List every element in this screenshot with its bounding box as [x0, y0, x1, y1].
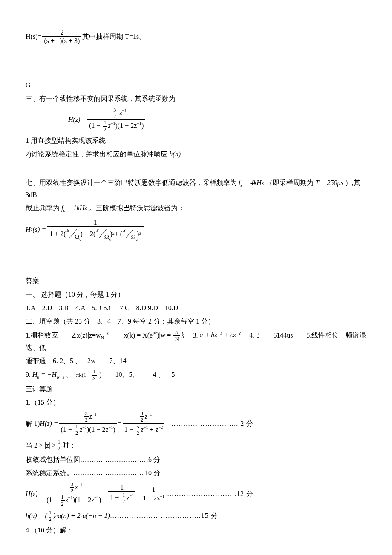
- calc-title: 三计算题: [26, 384, 366, 395]
- calc-s2: 当 2 > |z| > 12 时：: [26, 439, 366, 452]
- cs6-c: u(n) + 2: [58, 510, 80, 521]
- q7-b: （即采样周期为: [266, 179, 314, 186]
- af1-b2: )|w =: [157, 331, 173, 338]
- af3-a: 9.: [26, 371, 32, 378]
- q7-d: 截止频率为: [26, 204, 60, 211]
- q3-intro: 三、有一个线性移不变的因果系统，其系统函数为：: [26, 93, 366, 104]
- hs-lhs: H(s)=: [26, 31, 41, 42]
- cs5-dots: ………………………..12 分: [167, 489, 254, 500]
- cs1-mid: =: [118, 418, 122, 429]
- q3-p2: 2)讨论系统稳定性，并求出相应的单位脉冲响应 h(n): [26, 149, 366, 160]
- af1-bsup: jw: [153, 331, 157, 335]
- calc-s3: 收敛域包括单位圆…………………………6 分: [26, 454, 366, 465]
- af3-c: ) 10、5、 4 、 5: [99, 371, 175, 378]
- ans-header: 答案: [26, 275, 366, 286]
- cs6-dots: ………………………………..15 分: [110, 510, 218, 521]
- q3-lhs: H(z) =: [68, 114, 86, 125]
- calc4: 4.（10 分）解：: [26, 525, 366, 536]
- cs5-minus: −: [136, 489, 140, 500]
- ans-fill-title: 二、填空题（共 25 分 3、4、7、9 每空 2 分；其余每空 1 分）: [26, 316, 366, 327]
- cs5-frac1: −32z−1 (1 − 12z−1)(1 − 2z−1): [45, 481, 103, 507]
- af1-a: 1.栅栏效应 2.x(z)|z=w: [26, 331, 101, 338]
- af1-expr: a + bz−1 + cz−2: [199, 331, 241, 338]
- ans-fill1: 1.栅栏效应 2.x(z)|z=wN−k x(k) = X(ejw)|w = 2…: [26, 330, 366, 353]
- cs1-frac2: −32z−1 1 − 52z−1 + z−2: [123, 410, 165, 436]
- q7-e: 。三阶模拟巴特沃思滤波器为：: [89, 204, 184, 211]
- top-formula: H(s)= 2 (s + 1)(s + 3) 其中抽样周期 T=1s。: [26, 28, 366, 45]
- g-label: G: [26, 80, 366, 91]
- q3-p2-text: 2)讨论系统稳定性，并求出相应的单位脉冲响应: [26, 150, 167, 158]
- q7-line1: 七、用双线性变换设计一个三阶巴特沃思数字低通虑波器，采样频率为 fs = 4kH…: [26, 177, 366, 200]
- calc-s5: H(z) = −32z−1 (1 − 12z−1)(1 − 2z−1) = 1 …: [26, 481, 366, 507]
- cs1-dots: ……………………….. 2 分: [169, 418, 254, 429]
- calc-s1: 解 1) H(z) = −32z−1 (1 − 12z−1)(1 − 2z−1)…: [26, 410, 366, 436]
- af1-frac: 2πN: [173, 330, 180, 342]
- cs2-b: 时：: [62, 440, 76, 451]
- calc1: 1.（15 分）: [26, 397, 366, 408]
- cs6-a: h(n) = (: [26, 510, 47, 521]
- cs6-frac: 12: [48, 509, 52, 522]
- hs-tail: 其中抽样周期 T=1s。: [82, 31, 146, 42]
- q7f-lhs: H: [26, 224, 31, 235]
- ans-fill2: 通带通 6. 2、5 、− 2w 7、14: [26, 356, 366, 367]
- cs5-frac2: 1 1 − 12z−1: [108, 483, 135, 505]
- cs1-frac1: −32z−1 (1 − 12z−1)(1 − 2z−1): [59, 410, 117, 436]
- q3-p1: 1 用直接型结构实现该系统: [26, 135, 366, 146]
- af3-hk: Hk = −HN−k: [32, 371, 64, 378]
- q7f-lhs2: (s) =: [33, 224, 46, 235]
- hs-frac: 2 (s + 1)(s + 3): [42, 28, 81, 45]
- q7-formula: Ha(s) = 1 1 + 2( sΩc ) + 2( sΩc )2 + ( s…: [26, 218, 366, 240]
- q7-fc: fc = 1kHz: [61, 204, 87, 211]
- cs1-lhs: 解 1): [26, 418, 40, 429]
- q3-formula: H(z) = − 3 2 z−1 (1 − 12z−1)(1 − 2z−1): [68, 107, 366, 133]
- q7-line2: 截止频率为 fc = 1kHz 。三阶模拟巴特沃思滤波器为：: [26, 202, 366, 214]
- cs6-d: u(−n − 1): [83, 510, 110, 521]
- ans-mc-title: 一、 选择题（10 分，每题 1 分）: [26, 289, 366, 300]
- cs5-mid: =: [104, 489, 107, 500]
- q3-p2-hn: h(n): [169, 150, 181, 158]
- af1-asup: −k: [104, 331, 109, 335]
- af3-b: 、 −πk(1−: [66, 372, 91, 378]
- calc-s6: h(n) = ( 12 )n u(n) + 2n u(−n − 1) ………………: [26, 509, 366, 522]
- ans-mc: 1.A 2.D 3.B 4.A 5.B 6.C 7.C 8.D 9.D 10.D: [26, 303, 366, 314]
- cs2-a: 当 2 > |z| >: [26, 440, 56, 451]
- q7-T: T = 250μs: [315, 179, 343, 186]
- calc-s4: 系统稳定系统。…………………………..10 分: [26, 468, 366, 479]
- af1-c: 3.: [186, 331, 198, 338]
- q7f-frac: 1 1 + 2( sΩc ) + 2( sΩc )2 + ( sΩc )3: [47, 218, 144, 240]
- q3-frac: − 3 2 z−1 (1 − 12z−1)(1 − 2z−1): [87, 107, 145, 133]
- cs5-lhs: H(z) =: [26, 489, 44, 500]
- cs2-frac: 12: [57, 439, 61, 452]
- cs5-frac3: 1 1 − 2z−1: [141, 486, 166, 503]
- q7-a: 七、用双线性变换设计一个三阶巴特沃思数字低通虑波器，采样频率为: [26, 179, 237, 186]
- ans-fill3: 9. Hk = −HN−k 、 −πk(1− 1N ) 10、5、 4 、 5: [26, 369, 366, 381]
- q7-fs: fs = 4kHz: [239, 179, 264, 186]
- af1-k: k: [181, 331, 184, 338]
- af1-b: x(k) = X(e: [110, 331, 153, 338]
- af3-frac: 1N: [92, 369, 97, 381]
- cs1-lhs2: H(z) =: [40, 418, 58, 429]
- af1-asub: N: [101, 335, 104, 340]
